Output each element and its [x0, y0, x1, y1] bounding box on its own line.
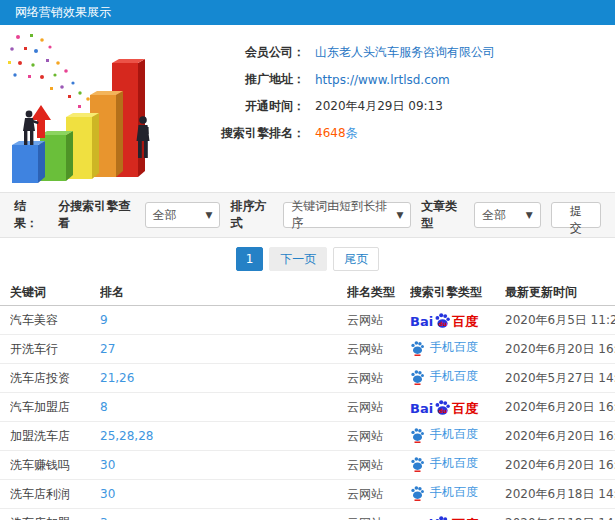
table-row: 汽车加盟店 8 云网站 Bai du 百度 2020年6月20日 16:12 — [0, 393, 615, 422]
table-row: 洗车店加盟 3 云网站 Bai du 百度 2020年6月18日 14:30 — [0, 509, 615, 520]
last-page-button[interactable]: 尾页 — [333, 247, 379, 271]
promo-url-label: 推广地址： — [185, 71, 305, 88]
baidu-logo: Bai du 百度 — [410, 312, 478, 329]
rank-cell[interactable]: 9 — [100, 313, 347, 327]
rank-cell[interactable]: 30 — [100, 487, 347, 501]
col-header-engine-type: 搜索引擎类型 — [410, 284, 505, 301]
info-row-open-time: 开通时间： 2020年4月29日 09:13 — [185, 93, 495, 120]
svg-text:du: du — [438, 406, 446, 413]
page-number-current[interactable]: 1 — [236, 247, 264, 271]
promo-url-link[interactable]: https://www.lrtlsd.com — [315, 73, 450, 87]
baidu-logo-bai: Bai — [410, 315, 433, 329]
keyword-cell: 洗车店利润 — [10, 486, 100, 503]
keyword-cell: 加盟洗车店 — [10, 428, 100, 445]
mobile-baidu-label: 手机百度 — [430, 368, 478, 385]
baidu-logo-hanzi: 百度 — [452, 315, 478, 329]
engine-cell: 手机百度 — [410, 426, 505, 446]
chevron-down-icon: ▼ — [200, 210, 213, 220]
col-header-rank-type: 排名类型 — [347, 284, 410, 301]
baidu-paw-icon: du — [434, 399, 451, 416]
baidu-paw-icon: du — [434, 312, 451, 329]
col-header-rank: 排名 — [100, 284, 347, 301]
sort-select[interactable]: 关键词由短到长排序 ▼ — [283, 202, 411, 228]
mobile-baidu-logo: 手机百度 — [410, 455, 478, 472]
pagination: 1 下一页 尾页 — [0, 238, 615, 280]
filter-controls: 分搜索引擎查看 全部 ▼ 排序方式 关键词由短到长排序 ▼ 文章类型 全部 ▼ … — [48, 198, 601, 232]
chevron-down-icon: ▼ — [390, 210, 403, 220]
page-header: 网络营销效果展示 — [0, 0, 615, 25]
rank-cell[interactable]: 21,26 — [100, 371, 347, 385]
update-time-cell: 2020年5月27日 14:58 — [505, 370, 615, 387]
rank-cell[interactable]: 27 — [100, 342, 347, 356]
update-time-cell: 2020年6月18日 14:30 — [505, 515, 615, 520]
info-row-company: 会员公司： 山东老人头汽车服务咨询有限公司 — [185, 39, 495, 66]
keyword-cell: 汽车美容 — [10, 312, 100, 329]
sort-label: 排序方式 — [230, 198, 275, 232]
mobile-baidu-label: 手机百度 — [430, 339, 478, 356]
engine-rank-value: 4648条 — [315, 125, 358, 142]
table-row: 洗车店投资 21,26 云网站 手机百度 2020年5月27日 14:58 — [0, 364, 615, 393]
filter-bar: 结果： 分搜索引擎查看 全部 ▼ 排序方式 关键词由短到长排序 ▼ 文章类型 全… — [0, 192, 615, 238]
rank-type-cell: 云网站 — [347, 486, 410, 503]
member-info-list: 会员公司： 山东老人头汽车服务咨询有限公司 推广地址： https://www.… — [185, 25, 495, 192]
mobile-baidu-logo: 手机百度 — [410, 426, 478, 443]
col-header-keyword: 关键词 — [10, 284, 100, 301]
update-time-cell: 2020年6月20日 16:11 — [505, 428, 615, 445]
rank-cell[interactable]: 8 — [100, 400, 347, 414]
rank-type-cell: 云网站 — [347, 312, 410, 329]
mobile-baidu-paw-icon — [410, 427, 425, 443]
table-row: 加盟洗车店 25,28,28 云网站 手机百度 2020年6月20日 16:11 — [0, 422, 615, 451]
keyword-cell: 洗车店加盟 — [10, 515, 100, 520]
submit-button[interactable]: 提交 — [551, 202, 601, 228]
rank-type-cell: 云网站 — [347, 457, 410, 474]
baidu-logo-bai: Bai — [410, 402, 433, 416]
engine-filter-label: 分搜索引擎查看 — [58, 198, 136, 232]
table-row: 洗车店利润 30 云网站 手机百度 2020年6月18日 14:27 — [0, 480, 615, 509]
keyword-cell: 开洗车行 — [10, 341, 100, 358]
page: 网络营销效果展示 — [0, 0, 615, 520]
company-link[interactable]: 山东老人头汽车服务咨询有限公司 — [315, 44, 495, 61]
baidu-paw-icon: du — [434, 515, 451, 520]
keyword-cell: 汽车加盟店 — [10, 399, 100, 416]
info-row-rank: 搜索引擎排名： 4648条 — [185, 120, 495, 147]
engine-cell: 手机百度 — [410, 455, 505, 475]
table-row: 洗车赚钱吗 30 云网站 手机百度 2020年6月20日 16:12 — [0, 451, 615, 480]
rank-unit: 条 — [346, 126, 358, 140]
table-header-row: 关键词 排名 排名类型 搜索引擎类型 最新更新时间 — [0, 280, 615, 306]
chevron-down-icon: ▼ — [520, 210, 533, 220]
mobile-baidu-paw-icon — [410, 456, 425, 472]
article-type-value: 全部 — [482, 207, 506, 224]
engine-rank-label: 搜索引擎排名： — [185, 125, 305, 142]
table-row: 开洗车行 27 云网站 手机百度 2020年6月20日 16:16 — [0, 335, 615, 364]
rank-cell[interactable]: 30 — [100, 458, 347, 472]
engine-cell: Bai du 百度 — [410, 515, 505, 520]
results-table: 关键词 排名 排名类型 搜索引擎类型 最新更新时间 汽车美容 9 云网站 Bai… — [0, 280, 615, 520]
mobile-baidu-label: 手机百度 — [430, 426, 478, 443]
open-time-value: 2020年4月29日 09:13 — [315, 98, 443, 115]
page-title: 网络营销效果展示 — [15, 5, 111, 19]
mobile-baidu-logo: 手机百度 — [410, 484, 478, 501]
rank-type-cell: 云网站 — [347, 370, 410, 387]
mobile-baidu-logo: 手机百度 — [410, 339, 478, 356]
table-row: 汽车美容 9 云网站 Bai du 百度 2020年6月5日 11:24 — [0, 306, 615, 335]
article-type-select[interactable]: 全部 ▼ — [474, 202, 540, 228]
engine-cell: 手机百度 — [410, 484, 505, 504]
baidu-logo: Bai du 百度 — [410, 399, 478, 416]
result-label: 结果： — [14, 198, 48, 232]
rank-type-cell: 云网站 — [347, 341, 410, 358]
engine-filter-value: 全部 — [153, 207, 177, 224]
confetti-dots — [8, 34, 102, 111]
rank-cell[interactable]: 3 — [100, 516, 347, 520]
mobile-baidu-paw-icon — [410, 340, 425, 356]
mobile-baidu-label: 手机百度 — [430, 455, 478, 472]
update-time-cell: 2020年6月20日 16:12 — [505, 399, 615, 416]
engine-cell: Bai du 百度 — [410, 312, 505, 329]
mobile-baidu-paw-icon — [410, 369, 425, 385]
keyword-cell: 洗车店投资 — [10, 370, 100, 387]
info-row-url: 推广地址： https://www.lrtlsd.com — [185, 66, 495, 93]
sort-value: 关键词由短到长排序 — [291, 198, 390, 232]
rank-cell[interactable]: 25,28,28 — [100, 429, 347, 443]
next-page-button[interactable]: 下一页 — [269, 247, 327, 271]
engine-cell: 手机百度 — [410, 368, 505, 388]
engine-filter-select[interactable]: 全部 ▼ — [145, 202, 221, 228]
